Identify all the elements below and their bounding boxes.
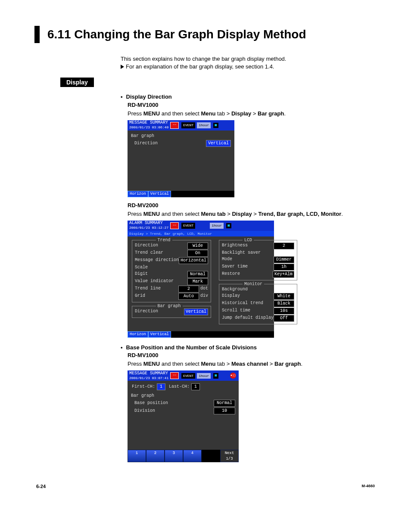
v[interactable]: Dimmer	[274, 256, 294, 263]
heading-mv2000: RD-MV2000	[128, 202, 377, 209]
sfx: dot	[200, 286, 208, 292]
ss2-left-col: Trend DirectionWide Trend clearOn Messag…	[132, 240, 211, 328]
v[interactable]: On	[187, 250, 208, 257]
step-mv2000: Press MENU and then select Menu tab > Di…	[128, 210, 377, 218]
l: Jump default display	[222, 315, 274, 322]
tab-3[interactable]: 3	[165, 450, 183, 462]
intro-block: This section explains how to change the …	[121, 55, 377, 71]
triangle-right-icon	[121, 65, 124, 69]
ss3-date: 2008/01/23 03:07:41	[129, 376, 168, 380]
page-title-row: 6.11 Changing the Bar Graph Display Meth…	[34, 26, 377, 43]
v[interactable]: Key+Alm	[273, 271, 294, 278]
ss1-event: EVENT	[181, 122, 195, 128]
ss3-body: First-CH: 1 Last-CH: 1 Bar graph Base po…	[128, 381, 239, 450]
ss1-time: 1hour	[197, 122, 211, 128]
menu-bold: Trend, Bar graph, LCD, Monitor	[258, 211, 342, 217]
menu-bold: MENU	[143, 361, 160, 367]
intro-crossref: For an explanation of the bar graph disp…	[121, 63, 377, 71]
bargraph-title: Bar graph	[156, 303, 183, 309]
t: .	[341, 211, 343, 217]
t: and then select	[160, 110, 201, 117]
l: Scroll time	[222, 308, 274, 314]
t: .	[301, 361, 302, 367]
ss1-date: 2008/01/23 03:06:40	[129, 125, 168, 130]
heading-mv1000: RD-MV1000	[128, 101, 377, 109]
v[interactable]: Normal	[187, 271, 208, 278]
ss2-right-col: LCD Brightness2 Backlight saver ModeDimm…	[219, 240, 297, 328]
v[interactable]: Horizontal	[179, 257, 208, 264]
heading-base-position: Base Position and the Number of Scale Di…	[126, 344, 257, 352]
step-mv1000: Press MENU and then select Menu tab > Di…	[128, 110, 377, 118]
ss1-direction-label: Direction	[134, 140, 206, 146]
ss2-footer: Horizon Vertical	[128, 331, 274, 338]
first-ch-field[interactable]: First-CH: 1	[132, 383, 165, 390]
ss2-title: ALARM SUMMARY	[129, 221, 168, 225]
v[interactable]: Wide	[187, 243, 208, 249]
tab-2[interactable]: 2	[146, 450, 165, 462]
menu-bold: Display	[232, 211, 252, 217]
page-footer: 6-24 M-4660	[34, 484, 377, 489]
l: Digit	[135, 271, 187, 278]
l: Brightness	[222, 243, 274, 249]
record-icon: ●))	[230, 373, 236, 379]
lcd-title: LCD	[243, 237, 254, 243]
v[interactable]: Mark	[187, 278, 208, 285]
page-title: 6.11 Changing the Bar Graph Display Meth…	[47, 28, 306, 41]
v[interactable]: Black	[274, 300, 294, 307]
v[interactable]: 1h	[274, 264, 294, 271]
bullet-icon: •	[121, 344, 123, 352]
heading-display-direction: Display Direction	[126, 93, 172, 101]
menu-bold: MENU	[143, 110, 160, 117]
menu-bold: Meas channel	[231, 361, 268, 367]
v[interactable]: White	[274, 293, 294, 300]
t: .	[284, 110, 286, 117]
l: Restore	[222, 271, 273, 278]
ss2-tab-horizon[interactable]: Horizon	[128, 331, 148, 338]
ss2-breadcrumb: Display > Trend, Bar graph, LCD, Monitor	[128, 231, 274, 236]
group-trend: Trend DirectionWide Trend clearOn Messag…	[132, 240, 211, 302]
basepos-label: Base position	[134, 400, 214, 406]
ss1-tab-horizon[interactable]: Horizon	[128, 191, 148, 197]
ss2-tab-vertical[interactable]: Vertical	[148, 331, 171, 338]
intro-text-2: For an explanation of the bar graph disp…	[126, 63, 274, 71]
ss1-direction-row[interactable]: Direction Vertical	[131, 140, 231, 147]
t: >	[252, 211, 258, 217]
title-bar-accent	[34, 26, 40, 43]
camera-icon: ◙	[213, 122, 218, 129]
v[interactable]: Vertical	[184, 308, 208, 315]
last-ch-label: Last-CH:	[169, 384, 190, 390]
bullet-display-direction: • Display Direction	[121, 93, 377, 101]
menu-bold: Menu	[201, 110, 216, 117]
bullet-icon: •	[121, 93, 123, 101]
tab-1[interactable]: 1	[128, 450, 146, 462]
ss1-tab-vertical[interactable]: Vertical	[148, 191, 171, 197]
v[interactable]: Auto	[178, 293, 199, 300]
l: Message direction	[135, 257, 179, 264]
intro-text-1: This section explains how to change the …	[121, 55, 377, 63]
v[interactable]: 2	[178, 286, 199, 292]
v[interactable]: 2	[274, 243, 294, 249]
tab-4[interactable]: 4	[183, 450, 202, 462]
t: Press	[128, 211, 143, 217]
v[interactable]: 10s	[274, 308, 294, 314]
division-value: 10	[214, 408, 235, 414]
tab-next[interactable]: Next 1/3	[220, 450, 239, 462]
l: Value indicator	[135, 278, 187, 285]
l: Saver time	[222, 264, 274, 271]
division-row[interactable]: Division 10	[131, 408, 235, 414]
t: >	[251, 110, 258, 117]
doc-number: M-4660	[361, 484, 375, 489]
basepos-row[interactable]: Base position Normal	[131, 400, 235, 407]
l: Historical trend	[222, 300, 274, 307]
screenshot-mv1000-basepos: MESSAGE SUMMARY 2008/01/23 03:07:41 ~~ E…	[128, 370, 239, 462]
v[interactable]: Off	[274, 315, 294, 322]
last-ch-field[interactable]: Last-CH: 1	[169, 383, 200, 390]
menu-bold: Display	[231, 110, 251, 117]
l: Direction	[135, 308, 184, 315]
t: Press	[128, 361, 143, 367]
alarm-icon: ~~	[170, 222, 179, 229]
ss3-event: EVENT	[181, 373, 195, 379]
l: Background	[222, 286, 294, 292]
ss3-tabs: 1 2 3 4 . Next 1/3	[128, 450, 239, 462]
t: >	[226, 211, 232, 217]
